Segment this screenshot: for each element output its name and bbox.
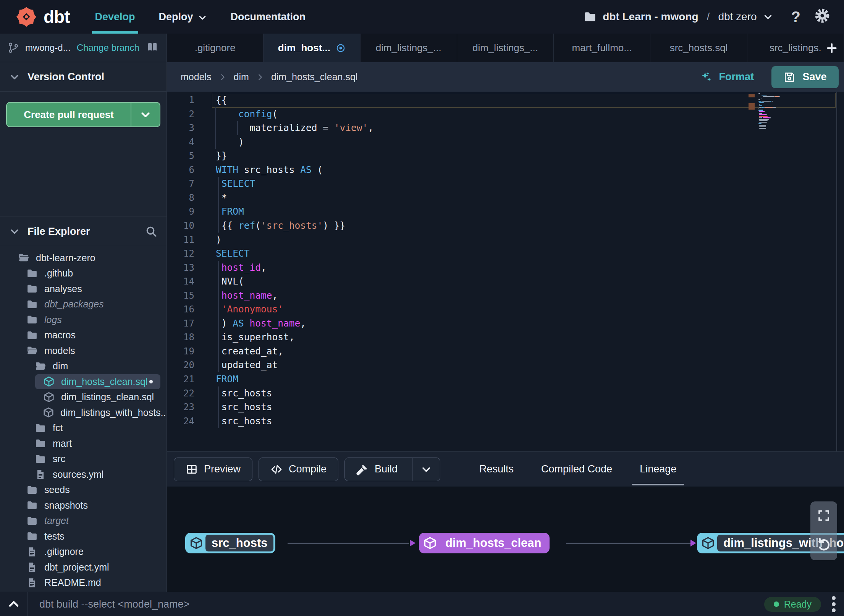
folder-icon <box>26 299 38 310</box>
pr-dropdown-button[interactable] <box>131 103 160 126</box>
line-number: 11 <box>167 233 194 247</box>
file-tree-item[interactable]: dbt-learn-zero <box>0 250 167 266</box>
git-branch-icon <box>8 42 19 53</box>
refresh-button[interactable] <box>815 537 832 553</box>
file-tab[interactable]: .gitignore <box>167 34 264 62</box>
create-pull-request-button[interactable]: Create pull request <box>6 102 160 127</box>
file-tree-item-label: fct <box>53 422 63 433</box>
file-tree-item[interactable]: .gitignore <box>0 544 167 560</box>
folder-icon <box>26 500 38 511</box>
file-tree-item[interactable]: dim_listings_clean.sql <box>0 390 167 405</box>
fullscreen-button[interactable] <box>817 509 831 522</box>
file-search-button[interactable] <box>145 225 157 238</box>
file-tree-item[interactable]: src <box>0 451 167 467</box>
line-number: 1 <box>167 93 194 107</box>
file-tab-label: dim_listings_... <box>376 42 441 54</box>
save-button[interactable]: Save <box>771 66 839 88</box>
folder-icon <box>34 438 47 449</box>
file-tree-item-label: README.md <box>44 577 101 588</box>
file-tree-item[interactable]: logs <box>0 312 167 328</box>
code-editor[interactable]: 1{{2 config(3 materialized = 'view',4 )5… <box>167 92 844 451</box>
chevron-down-icon <box>9 71 20 82</box>
line-number: 16 <box>167 302 194 317</box>
build-button[interactable]: Build <box>344 458 440 481</box>
change-branch-link[interactable]: Change branch <box>77 42 139 53</box>
docs-book-button[interactable] <box>146 41 159 54</box>
line-number: 5 <box>167 149 194 163</box>
editor-header: modelsdimdim_hosts_clean.sql Format Save <box>167 62 844 92</box>
compile-button[interactable]: Compile <box>259 458 338 481</box>
overflow-menu-button[interactable] <box>830 595 837 614</box>
file-tab[interactable]: mart_fullmo... <box>554 34 650 62</box>
save-icon <box>783 71 795 83</box>
file-explorer-header[interactable]: File Explorer <box>0 217 167 246</box>
lineage-node-dim_hosts_clean[interactable]: dim_hosts_clean <box>419 533 550 553</box>
folder-icon <box>26 314 38 325</box>
top-bar: dbt DevelopDeployDocumentation dbt Learn… <box>0 0 844 34</box>
file-tree-item-label: dim_listings_clean.sql <box>61 391 154 403</box>
file-tree-item[interactable]: dbt_packages <box>0 297 167 312</box>
file-tree-item[interactable]: dim_hosts_clean.sql <box>0 374 167 390</box>
grid-icon <box>186 463 198 475</box>
panel-tab-compiled-code[interactable]: Compiled Code <box>530 452 623 487</box>
panel-tab-results[interactable]: Results <box>469 452 524 487</box>
file-tab[interactable]: dim_listings_... <box>361 34 457 62</box>
file-tree-item[interactable]: models <box>0 343 167 359</box>
file-tree-item[interactable]: tests <box>0 529 167 544</box>
code-line: updated_at <box>216 358 278 372</box>
version-control-header[interactable]: Version Control <box>0 62 167 92</box>
lineage-canvas[interactable]: src_hostsdim_hosts_cleandim_listings_wit… <box>167 487 844 592</box>
breadcrumb-item[interactable]: dim_hosts_clean.sql <box>271 71 358 82</box>
file-tree-item[interactable]: target <box>0 513 167 529</box>
new-tab-button[interactable] <box>823 34 841 62</box>
file-tree-item-label: dim_hosts_clean.sql <box>61 376 148 387</box>
file-tree-item[interactable]: dbt_project.yml <box>0 559 167 575</box>
file-tab[interactable]: src_hosts.sql <box>650 34 747 62</box>
file-tree-item[interactable]: .github <box>0 266 167 281</box>
nav-item-develop[interactable]: Develop <box>95 0 135 34</box>
file-tree-item[interactable]: snapshots <box>0 498 167 513</box>
nav-item-deploy[interactable]: Deploy <box>159 0 207 34</box>
project-name: dbt zero <box>718 11 757 23</box>
file-tree-item[interactable]: dim <box>0 359 167 374</box>
file-tree-item[interactable]: seeds <box>0 482 167 498</box>
help-button[interactable]: ? <box>791 8 800 26</box>
collapse-panel-button[interactable] <box>0 592 28 616</box>
minimap-line <box>758 108 759 109</box>
panel-tab-lineage[interactable]: Lineage <box>629 452 687 487</box>
settings-button[interactable] <box>814 8 830 26</box>
code-line: ) AS host_name, <box>216 317 306 331</box>
preview-button[interactable]: Preview <box>174 458 252 481</box>
file-tree-item[interactable]: README.md <box>0 575 167 591</box>
folder-icon <box>26 530 38 542</box>
file-tree-item[interactable]: sources.yml <box>0 467 167 482</box>
branch-bar: mwong-d... Change branch <box>0 34 167 62</box>
file-tab[interactable]: dim_listings_... <box>457 34 554 62</box>
file-tree-item[interactable]: mart <box>0 436 167 451</box>
dbt-logo[interactable]: dbt <box>15 6 70 28</box>
file-tab[interactable]: dim_host... <box>264 34 360 62</box>
indent-guide <box>218 386 219 428</box>
file-tree-item-label: .github <box>44 268 73 279</box>
editor-scrollbar[interactable] <box>836 92 837 451</box>
line-number: 23 <box>167 400 194 414</box>
hammer-icon <box>356 463 369 475</box>
build-dropdown-button[interactable] <box>412 458 440 481</box>
breadcrumb-item[interactable]: dim <box>234 71 249 82</box>
file-tree-item[interactable]: macros <box>0 328 167 343</box>
nav-item-documentation[interactable]: Documentation <box>231 0 306 34</box>
file-tree-item[interactable]: dim_listings_with_hosts... <box>0 405 167 420</box>
lineage-node-src_hosts[interactable]: src_hosts <box>185 533 275 553</box>
fullscreen-icon <box>817 509 831 522</box>
file-icon <box>26 546 38 558</box>
file-tree-item[interactable]: fct <box>0 420 167 436</box>
breadcrumb-item[interactable]: models <box>181 71 212 82</box>
command-input[interactable]: dbt build --select <model_name> <box>39 598 189 610</box>
format-button[interactable]: Format <box>700 71 754 84</box>
code-line: * <box>216 191 227 205</box>
project-switcher[interactable]: dbt Learn - mwong / dbt zero <box>584 10 773 23</box>
folder-open-icon <box>18 252 30 264</box>
overview-ruler-mark <box>749 103 755 110</box>
file-tree-item[interactable]: analyses <box>0 281 167 297</box>
lineage-node-label: dim_hosts_clean <box>439 535 548 551</box>
